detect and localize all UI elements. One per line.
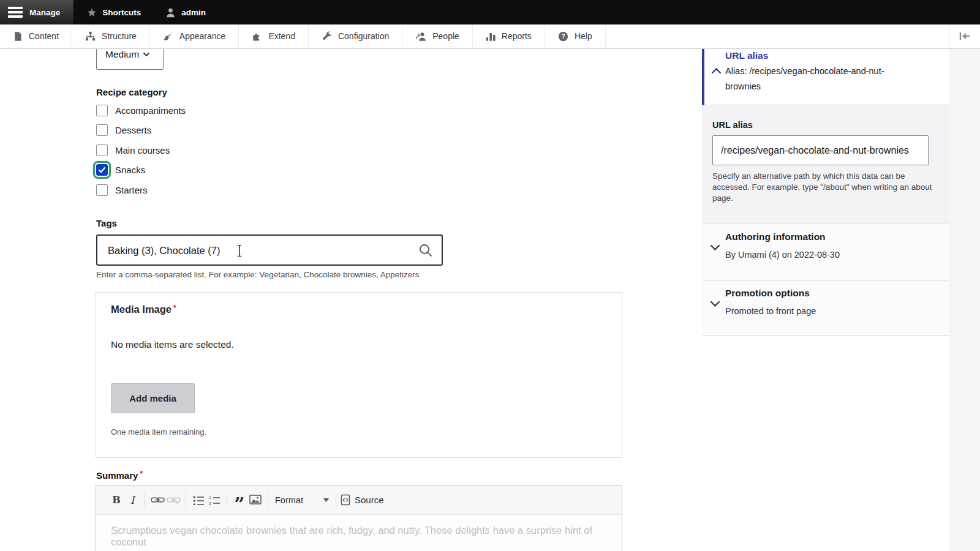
bar-chart-icon <box>486 31 496 42</box>
user-menu-button[interactable]: admin <box>153 0 218 24</box>
numbered-list-icon: 12 <box>209 495 221 505</box>
toolbar-separator <box>145 492 145 508</box>
checkbox-label: Snacks <box>115 165 145 175</box>
media-empty-text: No media items are selected. <box>111 339 234 350</box>
sitemap-icon <box>85 31 96 42</box>
format-label: Format <box>275 495 303 505</box>
authoring-title[interactable]: Authoring information <box>725 231 826 242</box>
summary-editor: B I 12 ” Format <box>96 485 622 551</box>
sidebar-url-alias-tab[interactable]: URL alias Alias: /recipes/vegan-chocolat… <box>702 49 949 105</box>
unlink-icon <box>167 495 181 504</box>
checkmark-icon <box>98 167 106 173</box>
url-alias-tab-title[interactable]: URL alias <box>725 50 768 61</box>
checkbox-label: Main courses <box>115 145 170 156</box>
svg-text:2: 2 <box>209 501 211 505</box>
bulleted-list-button[interactable] <box>190 491 206 509</box>
search-icon <box>418 243 433 258</box>
sidebar-url-alias-panel: URL alias Specify an alternative path by… <box>702 105 949 223</box>
toolbar-item-content[interactable]: Content <box>0 24 72 48</box>
hamburger-icon <box>8 7 23 18</box>
checkbox-row-desserts: Desserts <box>96 124 151 136</box>
numbered-list-button[interactable]: 12 <box>206 491 222 509</box>
format-dropdown[interactable]: Format <box>275 495 329 505</box>
checkbox-row-starters: Starters <box>96 184 148 196</box>
source-icon <box>341 494 350 506</box>
toolbar-item-appearance[interactable]: Appearance <box>150 24 239 48</box>
promotion-title[interactable]: Promotion options <box>725 288 810 299</box>
paintbrush-icon <box>163 31 173 42</box>
add-media-button[interactable]: Add media <box>111 383 195 413</box>
toolbar-item-help[interactable]: ? Help <box>545 24 606 48</box>
page-gutter <box>949 49 980 551</box>
svg-text:1: 1 <box>209 495 211 500</box>
tags-field <box>96 234 443 266</box>
media-image-panel: Media Image* No media items are selected… <box>96 292 622 458</box>
checkbox-snacks[interactable] <box>96 164 108 176</box>
checkbox-label: Desserts <box>115 125 151 135</box>
user-icon <box>165 7 176 18</box>
toolbar-spacer <box>606 24 949 48</box>
url-alias-description: Specify an alternative path by which thi… <box>712 171 934 204</box>
toolbar-separator <box>268 492 268 508</box>
checkbox-desserts[interactable] <box>96 124 108 136</box>
toolbar-item-label: Content <box>29 31 59 41</box>
url-alias-tab-summary: Alias: /recipes/vegan-chocolate-and-nut-… <box>725 64 904 94</box>
toolbar-item-label: Structure <box>102 31 137 41</box>
help-icon: ? <box>558 31 568 42</box>
sidebar-promotion-section[interactable]: Promotion options Promoted to front page <box>702 280 949 335</box>
toolbar-item-people[interactable]: People <box>402 24 473 48</box>
checkbox-starters[interactable] <box>96 184 108 196</box>
user-label: admin <box>181 8 206 17</box>
toolbar-separator <box>227 492 227 508</box>
people-icon <box>415 31 426 42</box>
tags-description: Enter a comma-separated list. For exampl… <box>96 270 420 279</box>
toolbar-separator <box>336 492 336 508</box>
manage-label: Manage <box>29 8 60 17</box>
toolbar-separator <box>186 492 186 508</box>
file-icon <box>13 31 23 42</box>
toolbar-collapse-button[interactable] <box>949 24 980 48</box>
unlink-button[interactable] <box>165 491 181 509</box>
toolbar-item-reports[interactable]: Reports <box>473 24 545 48</box>
toolbar-item-label: Reports <box>502 31 532 41</box>
summary-editor-body[interactable]: Scrumptious vegan chocolate brownies tha… <box>96 515 622 551</box>
puzzle-icon <box>252 31 262 42</box>
bold-button[interactable]: B <box>108 491 124 509</box>
italic-button[interactable]: I <box>124 491 140 509</box>
recipe-category-label: Recipe category <box>96 87 167 97</box>
svg-text:?: ? <box>561 33 565 40</box>
chevron-up-icon <box>711 67 722 74</box>
promotion-summary: Promoted to front page <box>725 306 816 316</box>
chevron-down-icon <box>143 52 150 57</box>
drupal-admin-page: Manage ★ Shortcuts admin Content Structu… <box>0 0 980 551</box>
checkbox-main-courses[interactable] <box>96 144 108 156</box>
url-alias-input[interactable] <box>712 135 929 165</box>
source-label: Source <box>355 495 384 505</box>
chevron-down-icon <box>710 301 720 307</box>
shortcuts-button[interactable]: ★ Shortcuts <box>74 0 153 24</box>
link-icon <box>151 495 165 504</box>
source-button[interactable]: Source <box>341 494 384 506</box>
authoring-summary: By Umami (4) on 2022-08-30 <box>725 250 840 260</box>
url-alias-field-label: URL alias <box>712 120 753 130</box>
blockquote-button[interactable]: ” <box>232 487 247 514</box>
checkbox-accompaniments[interactable] <box>96 105 108 116</box>
required-mark: * <box>173 304 176 312</box>
media-image-label: Media Image* <box>111 304 176 315</box>
sidebar-authoring-section[interactable]: Authoring information By Umami (4) on 20… <box>702 223 949 280</box>
checkbox-row-accompaniments: Accompaniments <box>96 104 186 116</box>
image-icon <box>249 495 262 505</box>
manage-menu-button[interactable]: Manage <box>0 0 74 24</box>
toolbar-item-extend[interactable]: Extend <box>239 24 309 48</box>
media-remaining-text: One media item remaining. <box>111 427 206 437</box>
toolbar-item-structure[interactable]: Structure <box>72 24 150 48</box>
wrench-icon <box>322 31 332 42</box>
link-button[interactable] <box>149 491 165 509</box>
chevron-down-icon <box>710 244 720 251</box>
toolbar-item-configuration[interactable]: Configuration <box>309 24 402 48</box>
admin-bar: Manage ★ Shortcuts admin <box>0 0 980 24</box>
image-button[interactable] <box>247 491 263 509</box>
bulleted-list-icon <box>193 495 205 505</box>
toolbar-item-label: Extend <box>268 31 295 41</box>
toolbar-item-label: Help <box>575 31 592 41</box>
